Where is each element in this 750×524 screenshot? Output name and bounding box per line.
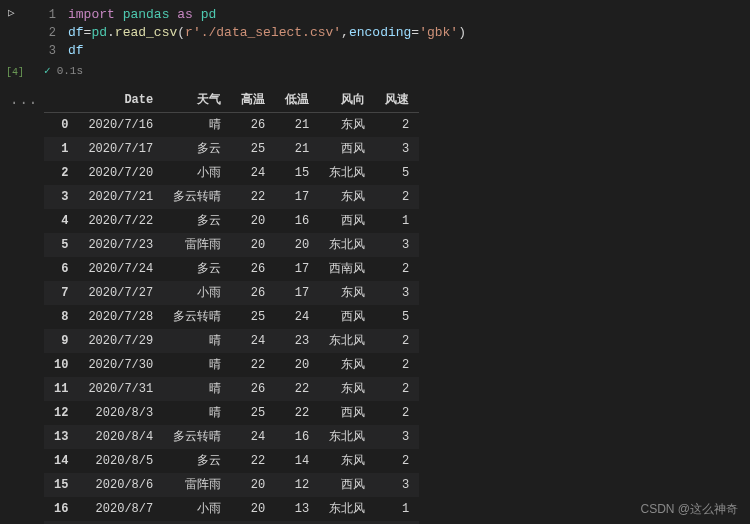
table-row: 02020/7/16晴2621东风2 [44, 113, 419, 138]
cell-value: 14 [275, 449, 319, 473]
cell-value: 20 [231, 473, 275, 497]
row-index: 4 [44, 209, 78, 233]
table-row: 122020/8/3晴2522西风2 [44, 401, 419, 425]
cell-value: 2020/7/31 [78, 377, 163, 401]
row-index: 1 [44, 137, 78, 161]
cell-value: 25 [231, 305, 275, 329]
cell-value: 多云转晴 [163, 425, 231, 449]
cell-value: 小雨 [163, 161, 231, 185]
cell-value: 2020/8/6 [78, 473, 163, 497]
cell-value: 12 [275, 473, 319, 497]
cell-value: 25 [231, 137, 275, 161]
run-cell-icon[interactable]: ▷ [0, 6, 40, 19]
cell-value: 20 [231, 497, 275, 521]
cell-value: 21 [275, 113, 319, 138]
cell-status: ✓ 0.1s [44, 64, 750, 77]
cell-value: 2 [375, 185, 419, 209]
cell-value: 2020/7/27 [78, 281, 163, 305]
cell-value: 东风 [319, 113, 375, 138]
cell-value: 晴 [163, 113, 231, 138]
cell-value: 西南风 [319, 257, 375, 281]
row-index: 12 [44, 401, 78, 425]
cell-value: 2020/7/24 [78, 257, 163, 281]
table-row: 92020/7/29晴2423东北风2 [44, 329, 419, 353]
cell-value: 22 [231, 185, 275, 209]
cell-value: 东北风 [319, 161, 375, 185]
cell-value: 15 [275, 161, 319, 185]
cell-value: 26 [231, 113, 275, 138]
cell-value: 东北风 [319, 233, 375, 257]
cell-value: 26 [231, 257, 275, 281]
code-line[interactable]: 2df=pd.read_csv(r'./data_select.csv',enc… [44, 24, 750, 42]
cell-value: 26 [231, 377, 275, 401]
row-index: 13 [44, 425, 78, 449]
cell-gutter: ▷ [4] ... [0, 0, 40, 524]
line-number: 2 [44, 24, 68, 42]
table-row: 82020/7/28多云转晴2524西风5 [44, 305, 419, 329]
code-content[interactable]: import pandas as pd [68, 6, 216, 24]
cell-value: 25 [231, 401, 275, 425]
row-index: 7 [44, 281, 78, 305]
cell-value: 西风 [319, 473, 375, 497]
table-row: 152020/8/6雷阵雨2012西风3 [44, 473, 419, 497]
cell-value: 2 [375, 329, 419, 353]
row-index: 15 [44, 473, 78, 497]
cell-value: 东北风 [319, 497, 375, 521]
cell-value: 2 [375, 401, 419, 425]
cell-value: 3 [375, 425, 419, 449]
column-header [44, 87, 78, 113]
cell-value: 17 [275, 257, 319, 281]
row-index: 5 [44, 233, 78, 257]
cell-value: 23 [275, 329, 319, 353]
cell-value: 24 [231, 329, 275, 353]
cell-value: 2 [375, 353, 419, 377]
cell-value: 2 [375, 449, 419, 473]
more-actions-icon[interactable]: ... [0, 92, 40, 108]
cell-value: 小雨 [163, 281, 231, 305]
cell-value: 2 [375, 257, 419, 281]
code-line[interactable]: 1import pandas as pd [44, 6, 750, 24]
code-cell[interactable]: 1import pandas as pd2df=pd.read_csv(r'./… [44, 0, 750, 60]
table-row: 142020/8/5多云2214东风2 [44, 449, 419, 473]
code-content[interactable]: df=pd.read_csv(r'./data_select.csv',enco… [68, 24, 466, 42]
cell-value: 2020/7/28 [78, 305, 163, 329]
cell-value: 2 [375, 113, 419, 138]
cell-value: 24 [231, 161, 275, 185]
code-content[interactable]: df [68, 42, 84, 60]
cell-value: 20 [275, 233, 319, 257]
cell-value: 小雨 [163, 497, 231, 521]
execution-time: 0.1s [57, 65, 83, 77]
cell-value: 24 [275, 305, 319, 329]
cell-value: 2020/8/4 [78, 425, 163, 449]
cell-value: 多云 [163, 137, 231, 161]
cell-value: 2020/7/22 [78, 209, 163, 233]
cell-value: 多云 [163, 257, 231, 281]
cell-value: 多云转晴 [163, 305, 231, 329]
table-row: 162020/8/7小雨2013东北风1 [44, 497, 419, 521]
row-index: 2 [44, 161, 78, 185]
cell-value: 1 [375, 209, 419, 233]
cell-value: 22 [231, 353, 275, 377]
row-index: 9 [44, 329, 78, 353]
cell-value: 多云 [163, 449, 231, 473]
row-index: 16 [44, 497, 78, 521]
table-row: 12020/7/17多云2521西风3 [44, 137, 419, 161]
cell-value: 22 [275, 401, 319, 425]
table-row: 52020/7/23雷阵雨2020东北风3 [44, 233, 419, 257]
cell-value: 3 [375, 233, 419, 257]
cell-value: 20 [231, 209, 275, 233]
cell-value: 2 [375, 377, 419, 401]
row-index: 11 [44, 377, 78, 401]
table-header-row: Date天气高温低温风向风速 [44, 87, 419, 113]
output-area: Date天气高温低温风向风速 02020/7/16晴2621东风212020/7… [44, 87, 750, 524]
table-row: 112020/7/31晴2622东风2 [44, 377, 419, 401]
cell-value: 3 [375, 137, 419, 161]
code-line[interactable]: 3df [44, 42, 750, 60]
cell-value: 3 [375, 473, 419, 497]
cell-value: 26 [231, 281, 275, 305]
cell-value: 西风 [319, 305, 375, 329]
cell-value: 22 [275, 377, 319, 401]
table-row: 132020/8/4多云转晴2416东北风3 [44, 425, 419, 449]
column-header: 风速 [375, 87, 419, 113]
cell-value: 东风 [319, 281, 375, 305]
